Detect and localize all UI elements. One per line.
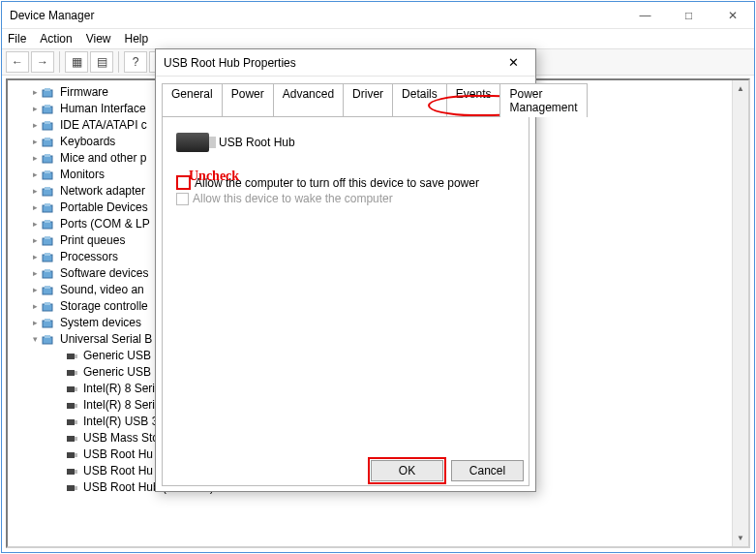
device-category-icon <box>41 317 56 330</box>
device-category-icon <box>41 169 56 182</box>
tree-item-label: Storage controlle <box>60 298 148 315</box>
toolbar-button-3[interactable]: ▦ <box>65 51 88 73</box>
cancel-button[interactable]: Cancel <box>451 460 524 481</box>
toolbar-button-4[interactable]: ▤ <box>90 51 113 73</box>
device-name: USB Root Hub <box>219 136 295 149</box>
scroll-up-button[interactable]: ▲ <box>733 80 748 97</box>
tree-item-label: Print queues <box>60 232 125 249</box>
help-button[interactable]: ? <box>124 51 147 73</box>
svg-rect-13 <box>45 187 50 190</box>
device-category-icon <box>41 284 56 297</box>
svg-rect-29 <box>45 319 50 322</box>
usb-device-icon <box>64 350 79 363</box>
svg-rect-25 <box>45 286 50 289</box>
maximize-button[interactable]: □ <box>667 2 711 28</box>
svg-rect-40 <box>67 419 75 425</box>
scroll-down-button[interactable]: ▼ <box>733 530 748 546</box>
expander-icon[interactable]: ▸ <box>29 232 41 249</box>
menu-view[interactable]: View <box>86 32 111 46</box>
svg-rect-10 <box>43 172 52 179</box>
tree-item-label: Sound, video an <box>60 282 144 298</box>
tree-item-label: Intel(R) USB 3 <box>83 414 158 430</box>
svg-rect-31 <box>45 335 50 338</box>
svg-rect-42 <box>67 436 75 442</box>
usb-device-icon <box>64 383 79 396</box>
device-category-icon <box>41 119 56 133</box>
svg-rect-5 <box>45 121 50 124</box>
separator <box>118 51 119 73</box>
expander-icon[interactable]: ▸ <box>29 183 41 200</box>
device-category-icon <box>41 234 56 248</box>
device-category-icon <box>41 201 56 215</box>
menu-help[interactable]: Help <box>125 32 149 46</box>
tree-item-label: Intel(R) 8 Seri <box>83 397 155 414</box>
forward-button[interactable]: → <box>31 51 54 73</box>
svg-rect-6 <box>43 139 52 146</box>
svg-rect-44 <box>67 452 75 458</box>
tab-details[interactable]: Details <box>392 83 447 117</box>
usb-icon <box>176 133 209 152</box>
expander-icon[interactable]: ▸ <box>29 315 41 331</box>
tab-general[interactable]: General <box>162 83 223 117</box>
svg-rect-2 <box>43 107 52 113</box>
expander-icon[interactable]: ▸ <box>29 101 41 117</box>
device-category-icon <box>41 251 56 264</box>
svg-rect-30 <box>43 337 52 344</box>
expander-icon[interactable]: ▸ <box>29 282 41 298</box>
expander-icon[interactable]: ▸ <box>29 298 41 315</box>
window-controls: — □ ✕ <box>623 2 754 28</box>
usb-device-icon <box>64 366 79 380</box>
svg-rect-32 <box>67 354 75 359</box>
expander-icon[interactable]: ▸ <box>29 265 41 282</box>
svg-rect-4 <box>43 123 52 130</box>
svg-rect-16 <box>43 222 52 229</box>
tab-power[interactable]: Power <box>222 83 274 117</box>
scrollbar[interactable]: ▲ ▼ <box>732 80 748 546</box>
expander-icon[interactable]: ▸ <box>29 134 41 150</box>
svg-rect-38 <box>67 403 75 409</box>
device-header: USB Root Hub <box>176 133 515 152</box>
device-category-icon <box>41 267 56 281</box>
svg-rect-23 <box>45 269 50 272</box>
tree-item-label: Intel(R) 8 Seri <box>83 381 155 397</box>
expander-icon[interactable]: ▸ <box>29 117 41 134</box>
svg-rect-11 <box>45 170 50 173</box>
allow-wake-checkbox <box>176 193 189 205</box>
svg-rect-28 <box>43 321 52 327</box>
tree-item-label: USB Mass Sto <box>83 430 159 446</box>
expander-icon[interactable]: ▸ <box>29 216 41 232</box>
expander-icon[interactable]: ▾ <box>29 331 41 348</box>
menu-action[interactable]: Action <box>40 32 72 46</box>
tab-events[interactable]: Events <box>446 83 501 117</box>
svg-rect-43 <box>75 437 77 441</box>
tab-strip: General Power Advanced Driver Details Ev… <box>162 82 529 116</box>
tab-driver[interactable]: Driver <box>343 83 393 117</box>
ok-button[interactable]: OK <box>371 460 443 481</box>
menu-file[interactable]: File <box>8 32 26 46</box>
expander-icon[interactable]: ▸ <box>29 200 41 216</box>
tab-advanced[interactable]: Advanced <box>273 83 344 117</box>
expander-icon[interactable]: ▸ <box>29 150 41 167</box>
dialog-titlebar[interactable]: USB Root Hub Properties ✕ <box>156 49 535 77</box>
svg-rect-26 <box>43 304 52 311</box>
back-button[interactable]: ← <box>6 51 29 73</box>
tree-item-label: Processors <box>60 249 118 265</box>
usb-device-icon <box>64 399 79 413</box>
expander-icon[interactable]: ▸ <box>29 84 41 101</box>
svg-rect-8 <box>43 156 52 163</box>
minimize-button[interactable]: — <box>623 2 667 28</box>
tab-power-management[interactable]: Power Management <box>499 83 587 117</box>
svg-rect-34 <box>67 370 75 376</box>
titlebar[interactable]: Device Manager — □ ✕ <box>2 2 754 29</box>
device-category-icon <box>41 185 56 199</box>
close-button[interactable]: ✕ <box>711 2 754 28</box>
svg-rect-22 <box>43 271 52 278</box>
tree-item-label: Keyboards <box>60 134 115 150</box>
svg-rect-3 <box>45 105 50 108</box>
expander-icon[interactable]: ▸ <box>29 167 41 183</box>
tree-item-label: System devices <box>60 315 141 331</box>
svg-rect-0 <box>43 90 52 97</box>
tree-item-label: Firmware <box>60 84 108 101</box>
dialog-close-button[interactable]: ✕ <box>499 55 528 70</box>
expander-icon[interactable]: ▸ <box>29 249 41 265</box>
